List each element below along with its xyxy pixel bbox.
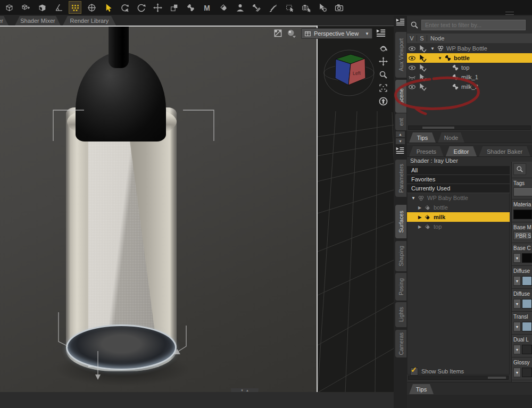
document-tab-er[interactable]: er (0, 16, 9, 26)
dock-tab-aux-viewport[interactable]: Aux Viewport (395, 32, 406, 78)
document-tab-shader-mixer[interactable]: Shader Mixer (15, 16, 61, 26)
document-tab-render-library[interactable]: Render Library (63, 16, 116, 26)
scene-node-row-WP Baby Bottle[interactable]: ▼WP Baby Bottle (407, 44, 532, 53)
dropdown-button-glossy-1[interactable]: ▼ (513, 368, 521, 377)
tab-tips-bottom[interactable]: Tips (409, 384, 434, 394)
pane-expand-up-button[interactable]: ▲ (396, 131, 405, 137)
selectable-cursor-icon[interactable] (417, 83, 428, 91)
color-swatch-diffuse-1[interactable] (522, 276, 532, 286)
node-selection-tool-icon[interactable] (102, 2, 114, 13)
universal-manipulator-tool-icon[interactable] (86, 2, 97, 13)
scene-node-row-bottle[interactable]: ▼bottle (407, 53, 532, 63)
rotate-cursor-tool-icon[interactable] (119, 2, 130, 13)
view-navigation-cube[interactable]: Left (320, 45, 378, 101)
scene-node-row-top[interactable]: top (407, 63, 532, 72)
scene-node-row-milk_1[interactable]: milk_1 (407, 72, 532, 82)
dock-tab-surfaces[interactable]: Surfaces (395, 205, 406, 238)
expand-icon[interactable]: ▶ (417, 224, 423, 229)
expand-icon[interactable]: ▼ (437, 56, 443, 61)
surface-tree-row-milk[interactable]: ▶milk (407, 212, 510, 222)
tab-editor[interactable]: Editor (446, 146, 477, 156)
color-swatch-glossy-1[interactable] (522, 368, 532, 377)
primitive-tool-icon[interactable] (36, 2, 48, 13)
scene-column-v[interactable]: V (407, 35, 417, 41)
paint-brush-tool-icon[interactable] (267, 2, 279, 13)
surface-filter-favorites[interactable]: Favorites (407, 175, 510, 184)
view-selector-dropdown[interactable]: Perspective View ▼ (301, 28, 372, 39)
pane-expand-down-button[interactable]: ▼ (396, 138, 405, 144)
dropdown-button-base-color[interactable]: ▼ (513, 253, 521, 263)
selectable-cursor-icon[interactable] (417, 64, 428, 72)
reset-camera-button[interactable] (375, 95, 392, 107)
color-swatch-translucency[interactable] (522, 322, 532, 331)
tab-shader-baker[interactable]: Shader Baker (479, 146, 530, 156)
translate-tool-icon[interactable] (152, 2, 163, 13)
tab-tips[interactable]: Tips (409, 132, 436, 143)
surface-tree-row-bottle[interactable]: ▶bottle (407, 203, 510, 212)
property-button-base-mixing[interactable]: PBR S (513, 231, 531, 240)
color-swatch-diffuse-2[interactable] (522, 299, 532, 309)
dock-tab-cameras[interactable]: Cameras (395, 330, 406, 357)
eye-hidden-icon[interactable] (407, 73, 417, 81)
color-swatch-material[interactable] (513, 210, 532, 219)
dock-pane-menu-icon[interactable] (395, 17, 406, 27)
scene-column-header[interactable]: VSNode (407, 34, 532, 43)
pan-camera-button[interactable] (375, 55, 392, 68)
surfaces-horizontal-scrollbar[interactable] (408, 376, 509, 380)
joint-editor-tool-icon[interactable] (185, 2, 196, 13)
search-icon[interactable] (513, 163, 526, 175)
pointer-settings-tool-icon[interactable] (317, 2, 328, 13)
animate-tool-icon[interactable] (201, 2, 213, 13)
camera-cursor-tool-icon[interactable] (300, 2, 312, 13)
surface-tree-row-top[interactable]: ▶top (407, 222, 510, 231)
dock-tab-shaping[interactable]: Shaping (395, 241, 406, 271)
scene-node-row-milk_2[interactable]: milk_2 (407, 82, 532, 91)
dock-tab-ent[interactable]: ent (395, 113, 406, 130)
dock-pane-menu-icon[interactable] (395, 146, 406, 155)
show-sub-items-checkbox[interactable]: ✓ (410, 368, 418, 376)
surface-selection-tool-icon[interactable] (218, 2, 229, 13)
eye-visible-icon[interactable] (407, 54, 417, 62)
dock-tab-scene[interactable]: Scene (395, 80, 406, 113)
scene-horizontal-scrollbar[interactable] (408, 126, 531, 130)
dropdown-button-diffuse-1[interactable]: ▼ (513, 276, 521, 286)
expand-icon[interactable]: ▶ (417, 215, 423, 220)
dock-tab-parameters[interactable]: Parameters (395, 160, 406, 197)
expand-icon[interactable]: ▼ (429, 46, 436, 51)
drawstyle-icon[interactable] (286, 28, 297, 39)
tab-node[interactable]: Node (438, 132, 464, 143)
clone-node-tool-icon[interactable] (20, 2, 31, 13)
zoom-camera-button[interactable] (375, 68, 392, 81)
pane-splitter-grip[interactable] (505, 12, 514, 15)
weight-brush-tool-icon[interactable] (251, 2, 262, 13)
scene-column-s[interactable]: S (417, 35, 427, 41)
color-swatch-dual-lobe[interactable] (522, 345, 532, 354)
scale-tool-icon[interactable] (168, 2, 180, 13)
property-field-tags[interactable] (513, 187, 532, 196)
frame-selection-button[interactable] (375, 81, 392, 94)
dropdown-button-translucency[interactable]: ▼ (513, 322, 521, 331)
expand-icon[interactable]: ▼ (410, 196, 417, 201)
surface-tree-row-WP Baby Bottle[interactable]: ▼WP Baby Bottle (407, 193, 510, 203)
render-camera-tool-icon[interactable] (333, 2, 345, 13)
keyframe-grid-tool-icon[interactable] (69, 2, 81, 13)
scene-filter-input[interactable] (421, 20, 526, 30)
dock-tab-posing[interactable]: Posing (395, 273, 406, 301)
eye-visible-icon[interactable] (407, 45, 417, 53)
surface-filter-currently-used[interactable]: Currently Used (407, 184, 510, 193)
surface-filter-all[interactable]: All (407, 166, 510, 175)
dropdown-button-diffuse-2[interactable]: ▼ (513, 299, 521, 309)
tab-presets[interactable]: Presets (409, 146, 444, 156)
expand-icon[interactable]: ▶ (417, 205, 423, 210)
color-swatch-base-color[interactable] (522, 253, 532, 263)
viewport-pane-menu-icon[interactable] (376, 28, 387, 38)
selectable-cursor-icon[interactable] (417, 73, 428, 81)
scene-column-node[interactable]: Node (427, 35, 444, 41)
orbit-camera-button[interactable] (375, 41, 392, 54)
eye-visible-icon[interactable] (407, 64, 417, 72)
render-view[interactable] (0, 26, 318, 392)
dock-tab-lights[interactable]: Lights (395, 302, 406, 327)
eye-visible-icon[interactable] (407, 83, 417, 91)
selectable-cursor-icon[interactable] (417, 45, 428, 53)
figure-setup-tool-icon[interactable] (234, 2, 246, 13)
